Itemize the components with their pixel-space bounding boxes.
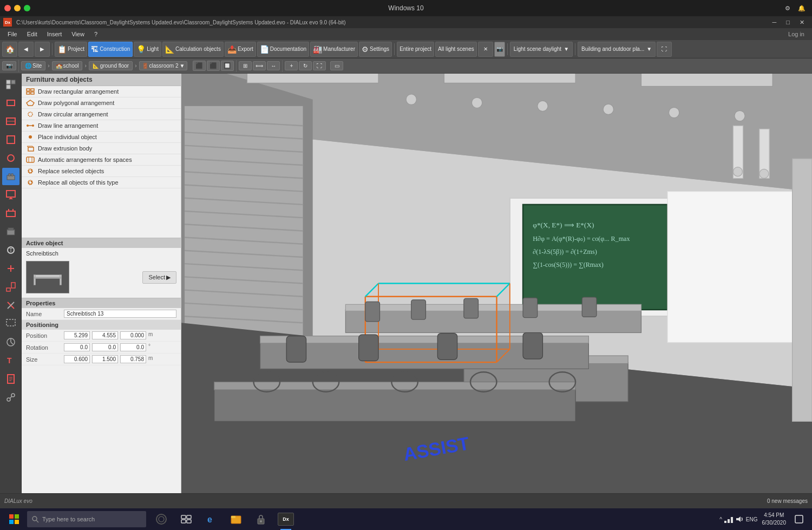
draw-poly-item[interactable]: Draw polygonal arrangement <box>22 97 181 109</box>
add-btn[interactable]: + <box>285 61 298 70</box>
back-btn[interactable]: ◀ <box>18 42 34 57</box>
camera-view-btn[interactable]: 📷 <box>2 61 16 70</box>
iconbar-btn-8[interactable] <box>2 205 19 222</box>
win-settings-icon[interactable]: ⚙ <box>782 3 794 13</box>
svg-rect-62 <box>34 277 61 279</box>
iconbar-btn-7[interactable] <box>2 186 19 204</box>
rotation-x-input[interactable] <box>64 343 90 351</box>
notification-center-btn[interactable] <box>790 508 808 530</box>
scale-btn[interactable]: ⊞ <box>239 61 252 70</box>
fit-btn[interactable]: ⛶ <box>313 61 326 70</box>
close-btn[interactable]: ✕ <box>478 42 493 57</box>
app-minimize-btn[interactable]: ─ <box>768 18 781 27</box>
taskbar-cortana[interactable] <box>149 508 173 530</box>
app-maximize-btn[interactable]: □ <box>782 18 794 27</box>
iconbar-btn-15[interactable] <box>2 333 19 351</box>
floor-nav-item[interactable]: 📐 ground floor <box>89 61 133 70</box>
draw-rect-item[interactable]: Draw rectangular arrangement <box>22 86 181 97</box>
language-label[interactable]: ENG <box>746 516 758 522</box>
forward-btn[interactable]: ▶ <box>35 42 50 57</box>
taskbar-dialux[interactable]: Dx <box>274 508 298 530</box>
name-input[interactable] <box>64 310 176 318</box>
iconbar-btn-9[interactable] <box>2 223 19 240</box>
render-preview-btn[interactable]: 📷 <box>494 42 505 57</box>
size-x-input[interactable] <box>64 355 90 363</box>
size-z-input[interactable] <box>120 355 146 363</box>
settings-tab-btn[interactable]: ⚙ Settings <box>359 42 392 57</box>
position-x-input[interactable] <box>64 331 90 339</box>
win-notifications-icon[interactable]: 🔔 <box>796 3 808 13</box>
rotation-z-input[interactable] <box>120 343 146 351</box>
iconbar-btn-17[interactable] <box>2 370 19 388</box>
taskbar-time[interactable]: 4:54 PM 6/30/2020 <box>762 512 787 527</box>
iconbar-btn-14[interactable] <box>2 315 19 332</box>
app-close-btn[interactable]: ✕ <box>795 18 809 27</box>
draw-extr-item[interactable]: Draw extrusion body <box>22 143 181 154</box>
view-btn-1[interactable]: ⬛ <box>193 61 206 71</box>
size-y-input[interactable] <box>92 355 118 363</box>
light-scene-dropdown[interactable]: Light scene daylight ▼ <box>510 42 573 57</box>
win-close-dot[interactable] <box>4 5 11 11</box>
menu-insert[interactable]: Insert <box>43 30 67 38</box>
login-link[interactable]: Log in <box>788 31 809 37</box>
project-tab-btn[interactable]: 📋 Project <box>55 42 87 57</box>
taskbar-search[interactable]: Type here to search <box>27 511 146 527</box>
all-light-scenes-btn[interactable]: All light scenes <box>435 42 477 57</box>
taskbar-edge[interactable]: e <box>199 508 223 530</box>
documentation-tab-btn[interactable]: 📄 Documentation <box>257 42 309 57</box>
taskbar-lock[interactable] <box>249 508 273 530</box>
classroom-nav-item[interactable]: 🚪 classroom 2 ▼ <box>139 61 188 70</box>
win-maximize-dot[interactable] <box>24 5 30 11</box>
iconbar-btn-18[interactable] <box>2 389 19 406</box>
menu-view[interactable]: View <box>67 30 89 38</box>
rotate-btn[interactable]: ↻ <box>299 61 312 70</box>
iconbar-btn-12[interactable] <box>2 278 19 296</box>
viewport[interactable]: φ*(X, E*) ⟹ E*(X) H∂φ = A(φ*(R)-φ₀) = co… <box>181 74 812 493</box>
tray-arrow[interactable]: ^ <box>719 516 722 522</box>
fullscreen-btn[interactable]: ⛶ <box>657 42 672 57</box>
replace-sel-item[interactable]: Replace selected objects <box>22 166 181 177</box>
site-nav-item[interactable]: 🌐 Site <box>21 61 45 70</box>
taskbar-taskview[interactable] <box>174 508 198 530</box>
entire-project-btn[interactable]: Entire project <box>397 42 434 57</box>
view-btn-3[interactable]: 🔲 <box>221 61 234 71</box>
menu-file[interactable]: File <box>3 30 22 38</box>
manufacturer-tab-btn[interactable]: 🏭 Manufacturer <box>310 42 358 57</box>
replace-all-item[interactable]: Replace all objects of this type <box>22 177 181 188</box>
iconbar-btn-13[interactable] <box>2 297 19 314</box>
draw-circ-item[interactable]: Draw circular arrangement <box>22 109 181 120</box>
iconbar-btn-3[interactable] <box>2 113 19 130</box>
building-dropdown[interactable]: Building and outdoor pla... ▼ <box>578 42 656 57</box>
place-single-item[interactable]: Place individual object <box>22 132 181 143</box>
home-btn[interactable]: 🏠 <box>2 42 17 57</box>
auto-arrange-item[interactable]: Automatic arrangements for spaces <box>22 154 181 166</box>
iconbar-btn-furniture[interactable] <box>2 168 19 185</box>
construction-tab-btn[interactable]: 🏗 Construction <box>88 42 133 57</box>
win-minimize-dot[interactable] <box>14 5 21 11</box>
measure-btn[interactable]: ↔ <box>267 61 280 70</box>
iconbar-btn-5[interactable] <box>2 149 19 167</box>
position-z-input[interactable] <box>120 331 146 339</box>
select-button[interactable]: Select ▶ <box>142 271 176 284</box>
menu-edit[interactable]: Edit <box>23 30 42 38</box>
light-tab-btn[interactable]: 💡 Light <box>134 42 161 57</box>
menu-help[interactable]: ? <box>90 30 102 38</box>
calc-tab-btn[interactable]: 📐 Calculation objects <box>162 42 224 57</box>
view-btn-2[interactable]: ⬛ <box>207 61 220 71</box>
iconbar-btn-11[interactable] <box>2 260 19 277</box>
position-y-input[interactable] <box>92 331 118 339</box>
draw-line-item[interactable]: Draw line arrangement <box>22 120 181 132</box>
school-nav-item[interactable]: 🏫 school <box>52 61 83 70</box>
svg-rect-161 <box>724 521 726 523</box>
iconbar-btn-2[interactable] <box>2 94 19 112</box>
start-button[interactable] <box>2 508 26 530</box>
iconbar-btn-1[interactable] <box>2 76 19 93</box>
iconbar-btn-16[interactable]: T <box>2 352 19 369</box>
taskbar-explorer[interactable] <box>224 508 248 530</box>
move-btn[interactable]: ⟺ <box>253 61 266 70</box>
panel-toggle-btn[interactable]: ▭ <box>330 61 343 70</box>
iconbar-btn-4[interactable] <box>2 131 19 148</box>
rotation-y-input[interactable] <box>92 343 118 351</box>
iconbar-btn-10[interactable]: T <box>2 241 19 259</box>
export-tab-btn[interactable]: 📤 Export <box>225 42 256 57</box>
